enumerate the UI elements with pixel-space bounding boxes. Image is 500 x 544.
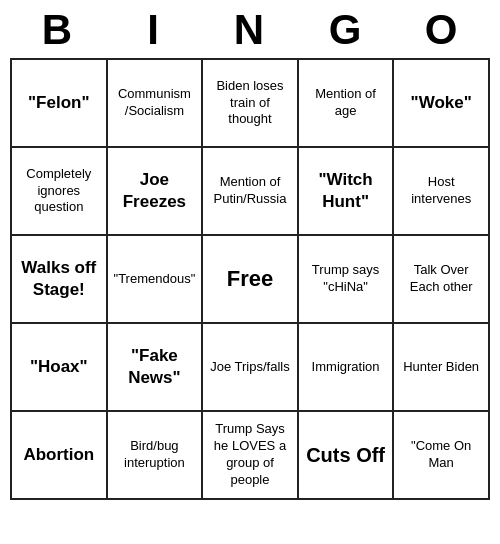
- bingo-cell: Mention of Putin/Russia: [203, 148, 299, 236]
- title-g: G: [302, 6, 390, 54]
- bingo-cell: Communism /Socialism: [108, 60, 204, 148]
- bingo-cell: Talk Over Each other: [394, 236, 490, 324]
- bingo-cell: "Felon": [12, 60, 108, 148]
- bingo-cell: Cuts Off: [299, 412, 395, 500]
- bingo-row: AbortionBird/bug interuptionTrump Says h…: [12, 412, 490, 500]
- bingo-cell: Mention of age: [299, 60, 395, 148]
- bingo-cell: Trump says "cHiNa": [299, 236, 395, 324]
- bingo-row: "Hoax""Fake News"Joe Trips/fallsImmigrat…: [12, 324, 490, 412]
- bingo-cell: Joe Trips/falls: [203, 324, 299, 412]
- bingo-row: Completely ignores questionJoe FreezesMe…: [12, 148, 490, 236]
- bingo-cell: Walks off Stage!: [12, 236, 108, 324]
- bingo-cell: "Witch Hunt": [299, 148, 395, 236]
- bingo-cell: "Come On Man: [394, 412, 490, 500]
- bingo-cell: "Fake News": [108, 324, 204, 412]
- bingo-cell: Trump Says he LOVES a group of people: [203, 412, 299, 500]
- title-b: B: [14, 6, 102, 54]
- bingo-row: "Felon"Communism /SocialismBiden loses t…: [12, 60, 490, 148]
- bingo-cell: Free: [203, 236, 299, 324]
- bingo-cell: "Woke": [394, 60, 490, 148]
- title-n: N: [206, 6, 294, 54]
- bingo-cell: Joe Freezes: [108, 148, 204, 236]
- bingo-cell: Immigration: [299, 324, 395, 412]
- bingo-grid: "Felon"Communism /SocialismBiden loses t…: [10, 58, 490, 500]
- bingo-cell: "Hoax": [12, 324, 108, 412]
- bingo-title: B I N G O: [10, 0, 490, 58]
- bingo-cell: Host intervenes: [394, 148, 490, 236]
- title-i: I: [110, 6, 198, 54]
- bingo-cell: Hunter Biden: [394, 324, 490, 412]
- bingo-cell: Biden loses train of thought: [203, 60, 299, 148]
- bingo-cell: "Tremendous": [108, 236, 204, 324]
- bingo-cell: Completely ignores question: [12, 148, 108, 236]
- bingo-cell: Bird/bug interuption: [108, 412, 204, 500]
- title-o: O: [398, 6, 486, 54]
- bingo-cell: Abortion: [12, 412, 108, 500]
- bingo-row: Walks off Stage!"Tremendous"FreeTrump sa…: [12, 236, 490, 324]
